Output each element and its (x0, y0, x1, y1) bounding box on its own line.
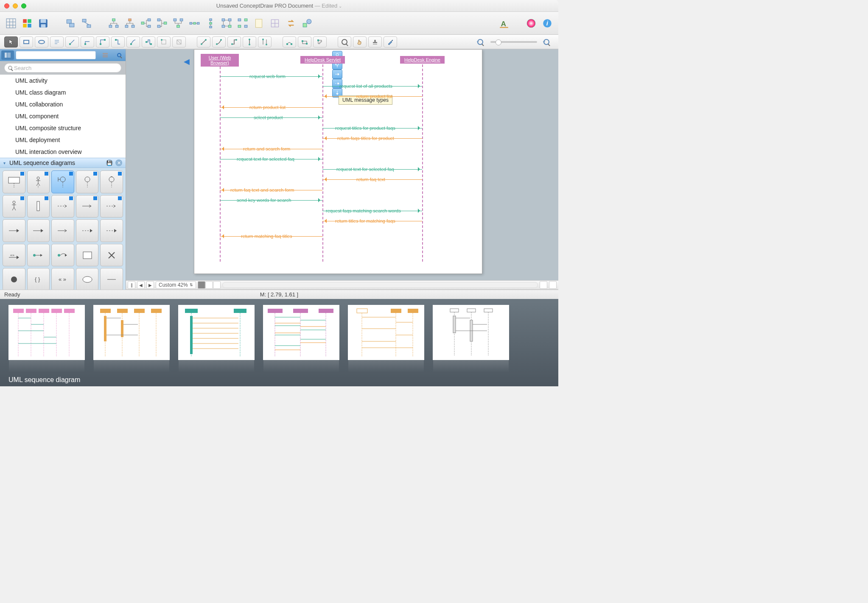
zoom-out-icon[interactable]: − (473, 36, 487, 47)
shape-frame[interactable] (3, 170, 25, 193)
lifeline-engine[interactable]: HelpDesk Engine (400, 56, 445, 64)
line6-tool-button[interactable] (142, 36, 155, 47)
shape-msg-solid-open[interactable] (76, 195, 99, 218)
line8-tool-button[interactable] (172, 36, 186, 47)
line1-tool-button[interactable] (65, 36, 79, 47)
edit2-button[interactable] (298, 36, 311, 47)
page-pause-button[interactable]: ‖ (128, 281, 135, 289)
shape-msg-solid[interactable] (3, 219, 25, 242)
zoom-select[interactable]: Custom 42%⇅ (156, 281, 196, 289)
shape-self-msg[interactable]: «» (3, 244, 25, 267)
shape-msg-dash2[interactable] (100, 219, 123, 242)
lifeline-servlet[interactable]: HelpDesk Servlet (300, 56, 345, 64)
line2-tool-button[interactable] (81, 36, 94, 47)
tb-swap-icon[interactable] (284, 16, 298, 31)
msg[interactable]: return titles for matching faqs (322, 218, 422, 224)
shape-msg-dash-open[interactable] (51, 195, 74, 218)
lib-item[interactable]: UML composite structure (0, 122, 126, 134)
tb-tree4-icon[interactable] (155, 16, 169, 31)
conn3-button[interactable] (227, 36, 241, 47)
sidebar-search-icon[interactable] (113, 50, 126, 60)
shape-msg-dash-open2[interactable] (100, 195, 123, 218)
view-mode-1[interactable] (198, 281, 205, 289)
conn4-button[interactable] (243, 36, 256, 47)
edit3-button[interactable] (313, 36, 327, 47)
tb-colors-icon[interactable] (20, 16, 34, 31)
sidebar-tab-libraries[interactable] (1, 50, 14, 60)
minimize-button[interactable] (13, 3, 18, 8)
msg[interactable]: request titles for product faqs (322, 125, 422, 131)
msg[interactable]: return matching faq titles (220, 233, 322, 240)
msg[interactable]: request text for selected faq (322, 166, 422, 173)
template-thumb-1[interactable] (8, 305, 85, 360)
tb-info-icon[interactable]: i (540, 16, 554, 31)
msg[interactable]: send key words for search (220, 197, 322, 204)
shape-activation[interactable] (27, 195, 50, 218)
stamp-button[interactable] (368, 36, 382, 47)
tb-shape1-icon[interactable] (64, 16, 77, 31)
maximize-button[interactable] (21, 3, 26, 8)
shape-found[interactable] (27, 244, 50, 267)
shape-fragment[interactable] (76, 244, 99, 267)
template-thumb-5[interactable] (348, 305, 424, 360)
line5-tool-button[interactable] (126, 36, 140, 47)
lib-item[interactable]: UML component (0, 110, 126, 122)
tb-shape2-icon[interactable] (80, 16, 93, 31)
canvas-page[interactable]: ▶ UML message types User (Web Browser) H… (194, 49, 482, 274)
shape-actor[interactable] (27, 170, 50, 193)
title-chevron-icon[interactable]: ⌄ (339, 4, 342, 8)
shape-stop[interactable] (3, 268, 25, 290)
page-prev-button[interactable]: ◀ (137, 281, 145, 289)
shape-lost[interactable] (51, 244, 74, 267)
view-mode-2[interactable] (205, 281, 213, 289)
lib-save-icon[interactable]: 💾 (106, 159, 113, 166)
tb-grid2-icon[interactable] (268, 16, 282, 31)
shape-state[interactable] (76, 268, 99, 290)
tb-chain2-icon[interactable] (204, 16, 217, 31)
msg[interactable]: return faq text (322, 176, 422, 183)
shape-boundary[interactable] (51, 170, 74, 193)
tb-tree3-icon[interactable] (139, 16, 153, 31)
shape-msg-dash[interactable] (76, 219, 99, 242)
msg[interactable]: return faqs titles for product (322, 135, 422, 142)
msg[interactable]: return product list (322, 93, 422, 100)
msg[interactable]: request faqs matching search words (322, 207, 422, 214)
eyedropper-button[interactable] (384, 36, 397, 47)
shape-line[interactable] (100, 268, 123, 290)
edit1-button[interactable] (283, 36, 296, 47)
sidebar-filter-input[interactable] (16, 51, 96, 59)
text-tool-button[interactable] (50, 36, 64, 47)
sidebar-list-icon[interactable] (99, 50, 112, 60)
msg[interactable]: request list of all products (322, 83, 422, 89)
zoom-in-button[interactable] (338, 36, 351, 47)
h-scrollbar[interactable] (222, 282, 538, 288)
zoom-in-icon[interactable]: + (540, 36, 553, 47)
lib-active-header[interactable]: UML sequence diagrams 💾 ✕ (0, 158, 126, 168)
rect-tool-button[interactable] (20, 36, 33, 47)
panel-toggle-1[interactable] (540, 281, 547, 289)
lib-item[interactable]: UML collaboration (0, 98, 126, 110)
conn5-button[interactable] (258, 36, 272, 47)
lib-item[interactable]: UML class diagram (0, 87, 126, 98)
tb-grid-icon[interactable] (4, 16, 18, 31)
msg[interactable]: return and search form (220, 145, 322, 152)
pointer-tool-button[interactable] (4, 36, 18, 47)
template-thumb-4[interactable] (263, 305, 339, 360)
msg[interactable]: select product (220, 114, 322, 121)
tb-color-wheel-icon[interactable] (524, 16, 538, 31)
shape-entity[interactable] (100, 170, 123, 193)
sidebar-search-input[interactable]: Search (4, 63, 121, 73)
flyout-btn-3[interactable] (332, 70, 342, 79)
msg[interactable]: request web form (220, 73, 322, 80)
tb-tree5-icon[interactable] (171, 16, 185, 31)
tb-chain4-icon[interactable] (236, 16, 249, 31)
lifeline-user[interactable]: User (Web Browser) (201, 54, 239, 67)
conn1-button[interactable] (197, 36, 210, 47)
lib-item[interactable]: UML deployment (0, 134, 126, 146)
shape-stereotype[interactable]: « » (51, 268, 74, 290)
lib-item[interactable]: UML interaction overview (0, 146, 126, 158)
line7-tool-button[interactable] (157, 36, 171, 47)
canvas-scroll[interactable]: ◀ ▶ UML message types User (Web Browser) (126, 49, 558, 280)
tb-chain1-icon[interactable] (188, 16, 201, 31)
msg[interactable]: return product list (220, 104, 322, 111)
